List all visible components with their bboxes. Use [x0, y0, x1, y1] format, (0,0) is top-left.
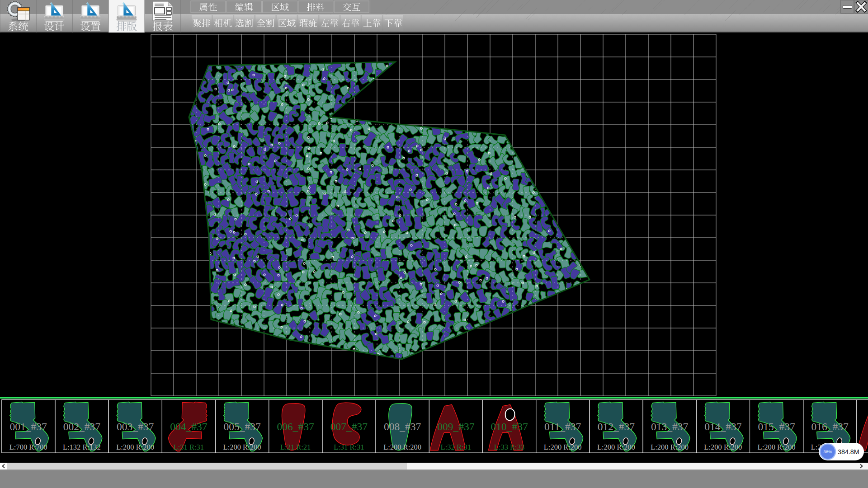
- svg-text:L:200 R:200: L:200 R:200: [544, 443, 582, 451]
- svg-text:007_#37: 007_#37: [330, 421, 368, 432]
- svg-text:011_#37: 011_#37: [544, 421, 581, 432]
- svg-text:L:32 R:31: L:32 R:31: [441, 443, 471, 451]
- svg-text:L:200 R:200: L:200 R:200: [704, 443, 742, 451]
- svg-text:008_#37: 008_#37: [384, 421, 421, 432]
- svg-text:L:132 R:132: L:132 R:132: [63, 443, 101, 451]
- svg-text:012_#37: 012_#37: [598, 421, 635, 432]
- svg-text:L:31 R:31: L:31 R:31: [174, 443, 204, 451]
- svg-text:016_#37: 016_#37: [811, 421, 849, 432]
- svg-text:010_#37: 010_#37: [491, 421, 528, 432]
- svg-text:002_#37: 002_#37: [63, 421, 101, 432]
- svg-text:L:200 R:200: L:200 R:200: [223, 443, 261, 451]
- svg-text:L:200 R:200: L:200 R:200: [758, 443, 796, 451]
- svg-text:L:200 R:200: L:200 R:200: [597, 443, 635, 451]
- svg-text:L:21 R:21: L:21 R:21: [280, 443, 311, 451]
- svg-text:015_#37: 015_#37: [758, 421, 795, 432]
- svg-text:L:33 R:33: L:33 R:33: [494, 443, 524, 451]
- svg-text:L:200 R:200: L:200 R:200: [383, 443, 421, 451]
- svg-text:L:200 R:200: L:200 R:200: [651, 443, 689, 451]
- svg-text:014_#37: 014_#37: [704, 421, 742, 432]
- svg-text:L:700 R:700: L:700 R:700: [9, 443, 47, 451]
- svg-text:L:31 R:31: L:31 R:31: [334, 443, 364, 451]
- svg-text:003_#37: 003_#37: [117, 421, 154, 432]
- svg-text:384.8M: 384.8M: [838, 448, 859, 455]
- svg-text:005_#37: 005_#37: [223, 421, 261, 432]
- svg-text:013_#37: 013_#37: [651, 421, 689, 432]
- svg-text:004_#37: 004_#37: [170, 421, 208, 432]
- svg-text:001_#37: 001_#37: [10, 421, 47, 432]
- svg-text:L:200 R:200: L:200 R:200: [116, 443, 154, 451]
- svg-text:38%: 38%: [823, 449, 832, 454]
- svg-text:006_#37: 006_#37: [277, 421, 315, 432]
- svg-text:009_#37: 009_#37: [437, 421, 475, 432]
